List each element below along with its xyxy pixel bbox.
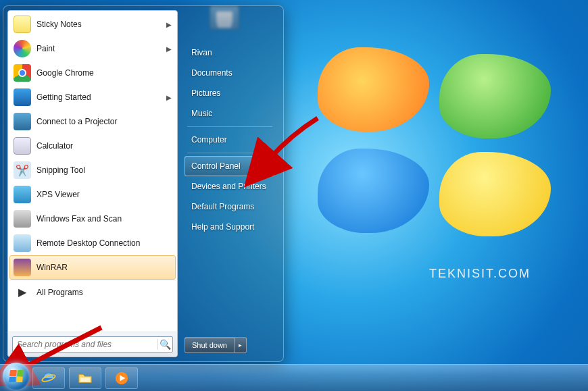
right-item-devices-printers[interactable]: Devices and Printers — [185, 176, 275, 197]
program-getting-started[interactable]: Getting Started ▶ — [9, 85, 176, 109]
taskbar-item-media-player[interactable] — [105, 367, 138, 389]
right-item-help-support[interactable]: Help and Support — [185, 217, 275, 237]
all-programs-label: All Programs — [36, 288, 83, 297]
program-label: Connect to a Projector — [36, 117, 117, 126]
program-label: XPS Viewer — [36, 190, 80, 199]
right-item-pictures[interactable]: Pictures — [185, 83, 275, 103]
submenu-arrow-icon: ▶ — [166, 45, 172, 53]
shutdown-button[interactable]: Shut down — [185, 337, 235, 353]
all-programs-arrow-icon: ▶ — [14, 284, 31, 301]
media-player-icon — [114, 371, 129, 386]
program-label: Calculator — [36, 141, 73, 151]
submenu-arrow-icon: ▶ — [166, 94, 172, 101]
program-label: Getting Started — [36, 93, 91, 102]
right-item-user[interactable]: Rivan — [185, 43, 275, 63]
program-label: Remote Desktop Connection — [36, 238, 140, 248]
windows-logo-wallpaper — [318, 47, 561, 263]
snipping-tool-icon: ✂️ — [14, 161, 31, 179]
folder-icon — [78, 371, 93, 386]
program-label: Google Chrome — [36, 68, 94, 78]
chrome-icon — [14, 64, 31, 82]
program-sticky-notes[interactable]: Sticky Notes ▶ — [9, 12, 176, 36]
winrar-icon — [14, 259, 31, 276]
program-google-chrome[interactable]: Google Chrome — [9, 61, 176, 85]
right-item-default-programs[interactable]: Default Programs — [185, 197, 275, 217]
start-button[interactable] — [3, 363, 30, 390]
shutdown-row: Shut down ▸ — [185, 337, 275, 353]
windows-logo-icon — [9, 370, 24, 382]
right-item-documents[interactable]: Documents — [185, 63, 275, 83]
start-menu-left-pane: Sticky Notes ▶ Paint ▶ Google Chrome Get… — [7, 10, 178, 357]
right-item-music[interactable]: Music — [185, 103, 275, 124]
taskbar — [0, 364, 588, 391]
calculator-icon — [14, 137, 31, 155]
getting-started-icon — [14, 88, 31, 106]
xps-viewer-icon — [14, 186, 31, 203]
internet-explorer-icon — [41, 371, 56, 386]
program-connect-to-projector[interactable]: Connect to a Projector — [9, 109, 176, 134]
program-remote-desktop-connection[interactable]: Remote Desktop Connection — [9, 231, 176, 255]
right-item-computer[interactable]: Computer — [185, 130, 275, 150]
search-input[interactable] — [13, 340, 157, 349]
taskbar-item-file-explorer[interactable] — [69, 367, 101, 389]
start-menu-search-row: 🔍 — [8, 332, 177, 357]
projector-icon — [14, 113, 31, 130]
shutdown-options-caret[interactable]: ▸ — [235, 337, 247, 353]
start-menu-programs-list: Sticky Notes ▶ Paint ▶ Google Chrome Get… — [8, 11, 177, 332]
search-icon[interactable]: 🔍 — [157, 339, 172, 350]
paint-icon — [14, 40, 31, 57]
program-calculator[interactable]: Calculator — [9, 134, 176, 158]
program-label: Snipping Tool — [36, 165, 85, 175]
program-paint[interactable]: Paint ▶ — [9, 36, 176, 61]
program-windows-fax-and-scan[interactable]: Windows Fax and Scan — [9, 207, 176, 231]
sticky-notes-icon — [14, 16, 31, 33]
program-xps-viewer[interactable]: XPS Viewer — [9, 182, 176, 207]
program-snipping-tool[interactable]: ✂️ Snipping Tool — [9, 158, 176, 182]
all-programs-button[interactable]: ▶ All Programs — [9, 280, 176, 304]
start-menu-right-pane: Rivan Documents Pictures Music Computer … — [178, 10, 279, 357]
program-label: Windows Fax and Scan — [36, 214, 122, 224]
svg-rect-2 — [80, 377, 91, 382]
start-menu-search-box[interactable]: 🔍 — [12, 336, 173, 353]
right-item-control-panel[interactable]: Control Panel — [185, 156, 275, 176]
program-label: WinRAR — [36, 263, 68, 272]
watermark-text: TEKNISIT.COM — [429, 267, 531, 281]
start-menu: Sticky Notes ▶ Paint ▶ Google Chrome Get… — [3, 5, 284, 362]
program-label: Sticky Notes — [36, 20, 82, 29]
right-pane-separator — [187, 126, 272, 127]
taskbar-item-internet-explorer[interactable] — [32, 367, 65, 389]
program-winrar[interactable]: WinRAR — [9, 255, 176, 280]
remote-desktop-icon — [14, 234, 31, 252]
fax-scan-icon — [14, 210, 31, 228]
submenu-arrow-icon: ▶ — [166, 21, 172, 28]
program-label: Paint — [36, 44, 55, 53]
right-pane-separator — [187, 153, 272, 153]
